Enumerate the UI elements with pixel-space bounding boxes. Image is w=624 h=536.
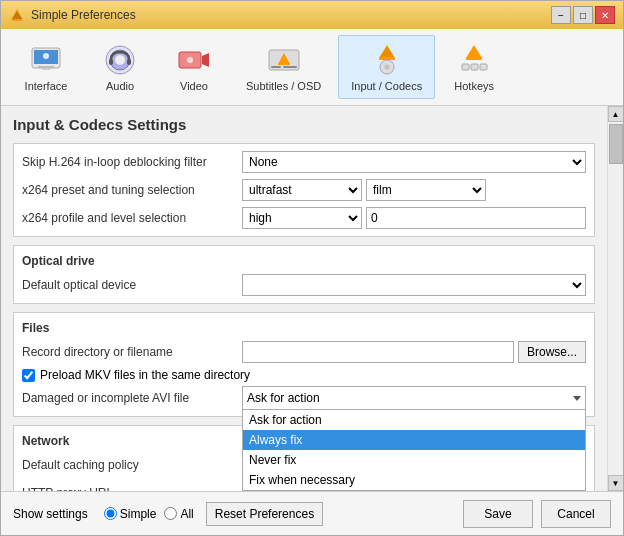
files-group: Files Record directory or filename Brows… [13, 312, 595, 417]
video-icon [176, 42, 212, 78]
damaged-avi-dropdown[interactable]: Ask for action Ask for action Always fix… [242, 386, 586, 410]
optical-device-controls [242, 274, 586, 296]
toolbar-item-video[interactable]: Video [159, 35, 229, 99]
damaged-avi-dropdown-open[interactable]: Ask for action Ask for action Always fix… [242, 386, 586, 410]
subtitles-label: Subtitles / OSD [246, 80, 321, 92]
x264-profile-select[interactable]: high baseline main [242, 207, 362, 229]
svg-point-26 [386, 66, 388, 68]
svg-rect-28 [466, 57, 482, 60]
input-codecs-label: Input / Codecs [351, 80, 422, 92]
x264-preset-label: x264 preset and tuning selection [22, 183, 242, 197]
simple-radio-label: Simple [120, 507, 157, 521]
footer: Show settings Simple All Reset Preferenc… [1, 491, 623, 535]
damaged-avi-selected[interactable]: Ask for action [243, 387, 585, 409]
option-ask-for-action[interactable]: Ask for action [243, 410, 585, 430]
scroll-thumb[interactable] [609, 124, 623, 164]
svg-rect-29 [462, 64, 469, 70]
title-bar: Simple Preferences − □ ✕ [1, 1, 623, 29]
simple-radio[interactable] [104, 507, 117, 520]
svg-marker-22 [380, 47, 394, 57]
caching-label: Default caching policy [22, 458, 242, 472]
cancel-button[interactable]: Cancel [541, 500, 611, 528]
show-settings-label: Show settings [13, 507, 88, 521]
toolbar-item-subtitles[interactable]: Subtitles / OSD [233, 35, 334, 99]
svg-rect-31 [480, 64, 487, 70]
x264-tuning-select[interactable]: film animation grain stillimage psnr ssi… [366, 179, 486, 201]
h264-row: Skip H.264 in-loop deblocking filter Non… [22, 150, 586, 174]
damaged-avi-controls: Ask for action Ask for action Always fix… [242, 386, 586, 410]
all-radio-label: All [180, 507, 193, 521]
section-title: Input & Codecs Settings [13, 116, 595, 133]
window-title: Simple Preferences [31, 8, 136, 22]
svg-rect-30 [471, 64, 478, 70]
x264-level-input[interactable] [366, 207, 586, 229]
preload-mkv-label: Preload MKV files in the same directory [40, 368, 250, 382]
record-dir-row: Record directory or filename Browse... [22, 340, 586, 364]
toolbar-item-interface[interactable]: Interface [11, 35, 81, 99]
h264-controls: None All Non-ref [242, 151, 586, 173]
option-always-fix[interactable]: Always fix [243, 430, 585, 450]
option-fix-when-necessary[interactable]: Fix when necessary [243, 470, 585, 490]
svg-rect-11 [109, 59, 113, 65]
scroll-down-button[interactable]: ▼ [608, 475, 624, 491]
maximize-button[interactable]: □ [573, 6, 593, 24]
scrollbar: ▲ ▼ [607, 106, 623, 491]
interface-label: Interface [25, 80, 68, 92]
h264-label: Skip H.264 in-loop deblocking filter [22, 155, 242, 169]
svg-point-10 [115, 55, 125, 65]
x264-preset-controls: ultrafast superfast veryfast faster fast… [242, 179, 586, 201]
content-area: Input & Codecs Settings Skip H.264 in-lo… [1, 106, 623, 491]
option-never-fix[interactable]: Never fix [243, 450, 585, 470]
video-label: Video [180, 80, 208, 92]
reset-preferences-button[interactable]: Reset Preferences [206, 502, 323, 526]
main-window: Simple Preferences − □ ✕ Interface [0, 0, 624, 536]
footer-left: Show settings Simple All Reset Preferenc… [13, 502, 323, 526]
subtitles-icon [266, 42, 302, 78]
hotkeys-label: Hotkeys [454, 80, 494, 92]
simple-radio-option[interactable]: Simple [104, 507, 157, 521]
preload-mkv-checkbox[interactable] [22, 369, 35, 382]
main-panel: Input & Codecs Settings Skip H.264 in-lo… [1, 106, 607, 491]
browse-button[interactable]: Browse... [518, 341, 586, 363]
optical-device-row: Default optical device [22, 273, 586, 297]
files-section-label: Files [22, 319, 586, 337]
record-dir-controls: Browse... [242, 341, 586, 363]
damaged-avi-list: Ask for action Always fix Never fix Fix … [242, 409, 586, 491]
record-dir-input[interactable] [242, 341, 514, 363]
dropdown-arrow [573, 396, 581, 401]
optical-device-label: Default optical device [22, 278, 242, 292]
toolbar-item-audio[interactable]: Audio [85, 35, 155, 99]
toolbar: Interface Audio Video [1, 29, 623, 106]
scroll-up-button[interactable]: ▲ [608, 106, 624, 122]
h264-select[interactable]: None All Non-ref [242, 151, 586, 173]
optical-section-label: Optical drive [22, 252, 586, 270]
svg-rect-18 [278, 63, 290, 65]
damaged-avi-row: Damaged or incomplete AVI file Ask for a… [22, 386, 586, 410]
save-button[interactable]: Save [463, 500, 533, 528]
svg-point-7 [43, 53, 49, 59]
vlc-icon [9, 7, 25, 23]
x264-profile-label: x264 profile and level selection [22, 211, 242, 225]
toolbar-item-input-codecs[interactable]: Input / Codecs [338, 35, 435, 99]
all-radio[interactable] [164, 507, 177, 520]
toolbar-item-hotkeys[interactable]: Hotkeys [439, 35, 509, 99]
svg-marker-27 [466, 45, 482, 58]
damaged-avi-value: Ask for action [247, 391, 320, 405]
svg-rect-12 [127, 59, 131, 65]
input-codecs-icon [369, 42, 405, 78]
all-radio-option[interactable]: All [164, 507, 193, 521]
svg-marker-1 [12, 11, 22, 19]
interface-icon [28, 42, 64, 78]
svg-rect-20 [283, 66, 297, 68]
minimize-button[interactable]: − [551, 6, 571, 24]
preload-mkv-row: Preload MKV files in the same directory [22, 368, 586, 382]
close-button[interactable]: ✕ [595, 6, 615, 24]
x264-preset-select[interactable]: ultrafast superfast veryfast faster fast… [242, 179, 362, 201]
optical-device-select[interactable] [242, 274, 586, 296]
footer-right: Save Cancel [463, 500, 611, 528]
codec-settings-group: Skip H.264 in-loop deblocking filter Non… [13, 143, 595, 237]
svg-marker-14 [202, 53, 209, 67]
window-controls: − □ ✕ [551, 6, 615, 24]
x264-profile-row: x264 profile and level selection high ba… [22, 206, 586, 230]
svg-rect-2 [12, 19, 22, 21]
